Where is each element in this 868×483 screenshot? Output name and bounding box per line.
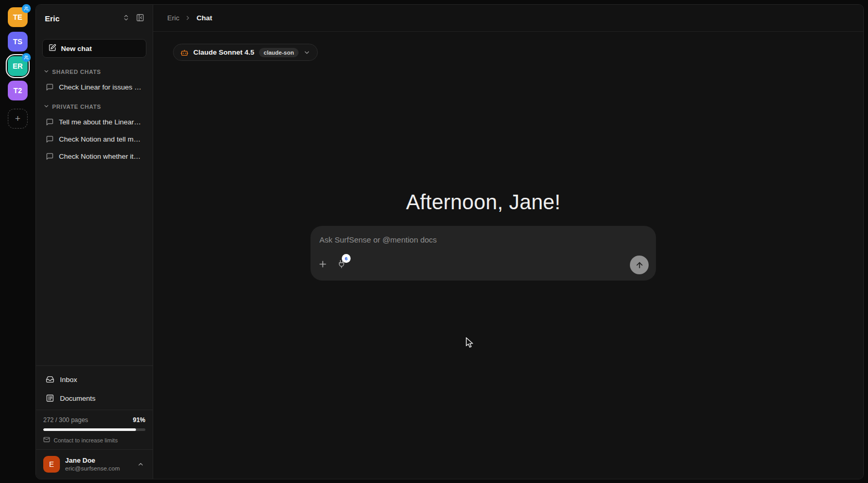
sidebar-header: Eric: [36, 5, 153, 32]
breadcrumb-current: Chat: [196, 14, 212, 22]
usage-progress-track: [43, 428, 145, 431]
bot-icon: [180, 48, 189, 57]
user-menu[interactable]: E Jane Doe eric@surfsense.com: [36, 450, 153, 479]
chat-list-item[interactable]: Check Notion whether it…: [36, 148, 153, 165]
usage-percent-label: 91%: [133, 416, 145, 424]
breadcrumb-parent[interactable]: Eric: [167, 14, 179, 22]
square-pen-icon: [48, 44, 56, 53]
usage-pages-label: 272 / 300 pages: [43, 416, 88, 424]
sidebar-item-inbox[interactable]: Inbox: [36, 370, 153, 389]
plus-icon: [318, 259, 328, 271]
sidebar-item-documents[interactable]: Documents: [36, 389, 153, 408]
chevrons-up-down-icon: [122, 14, 130, 23]
workspace-rail: TE TS ER T2 +: [0, 0, 35, 483]
workspace-avatar-er-selected[interactable]: ER: [8, 56, 28, 76]
chevron-down-icon: [43, 68, 49, 75]
message-square-icon: [46, 118, 54, 126]
attach-button[interactable]: [318, 259, 328, 271]
workspace-switcher-button[interactable]: [121, 13, 131, 24]
user-email: eric@surfsense.com: [65, 465, 131, 472]
shared-chats-section-header[interactable]: SHARED CHATS: [36, 61, 153, 79]
workspace-title: Eric: [45, 14, 117, 23]
model-selector[interactable]: Claude Sonnet 4.5 claude-son: [173, 44, 318, 61]
avatar: E: [43, 456, 60, 473]
add-workspace-button[interactable]: +: [8, 109, 28, 129]
main-content: Eric Chat Claude Sonnet 4.5 claude-son: [153, 5, 863, 479]
workspace-avatar-ts[interactable]: TS: [8, 32, 28, 52]
message-square-icon: [46, 152, 54, 160]
panel-left-close-icon: [136, 14, 144, 23]
contact-limits-link[interactable]: Contact to increase limits: [43, 436, 145, 444]
model-name: Claude Sonnet 4.5: [193, 48, 254, 56]
chevron-down-icon: [43, 103, 49, 110]
private-chats-section-header[interactable]: PRIVATE CHATS: [36, 96, 153, 113]
library-icon: [46, 394, 54, 402]
chevron-down-icon: [303, 49, 311, 56]
workspace-avatar-te[interactable]: TE: [8, 7, 28, 27]
arrow-up-icon: [635, 261, 644, 270]
model-id-badge: claude-son: [259, 48, 299, 57]
sidebar: Eric New chat: [36, 5, 153, 479]
composer: 6: [311, 226, 656, 281]
chat-list-item[interactable]: Check Linear for issues …: [36, 79, 153, 96]
new-chat-label: New chat: [61, 45, 92, 53]
greeting-heading: Afternoon, Jane!: [311, 190, 656, 214]
workspace-avatar-t2[interactable]: T2: [8, 81, 28, 100]
mail-icon: [43, 436, 50, 444]
shared-users-badge-icon: [22, 53, 31, 62]
inbox-icon: [46, 375, 54, 384]
plus-icon: +: [15, 113, 21, 124]
chat-list-item[interactable]: Tell me about the Linear…: [36, 113, 153, 131]
message-square-icon: [46, 83, 54, 91]
breadcrumb: Eric Chat: [153, 5, 863, 32]
app-window: TE TS ER T2 + Eric: [0, 0, 868, 483]
sidebar-spacer: [36, 165, 153, 365]
collapse-sidebar-button[interactable]: [135, 12, 145, 24]
user-name: Jane Doe: [65, 456, 131, 465]
usage-panel: 272 / 300 pages 91% Contact to increase …: [36, 410, 153, 449]
tools-count-badge: 6: [342, 254, 351, 263]
send-button[interactable]: [630, 256, 649, 274]
chat-column: Afternoon, Jane! 6: [311, 190, 656, 281]
chevron-right-icon: [184, 15, 191, 21]
tools-button[interactable]: 6: [337, 260, 346, 270]
chat-list-item[interactable]: Check Notion and tell m…: [36, 131, 153, 148]
shared-users-badge-icon: [22, 4, 31, 13]
app-container: Eric New chat: [35, 4, 864, 479]
usage-progress-fill: [43, 428, 136, 431]
new-chat-button[interactable]: New chat: [42, 39, 146, 58]
message-square-icon: [46, 135, 54, 143]
chat-input[interactable]: [318, 231, 649, 248]
chevron-up-icon: [136, 460, 145, 469]
